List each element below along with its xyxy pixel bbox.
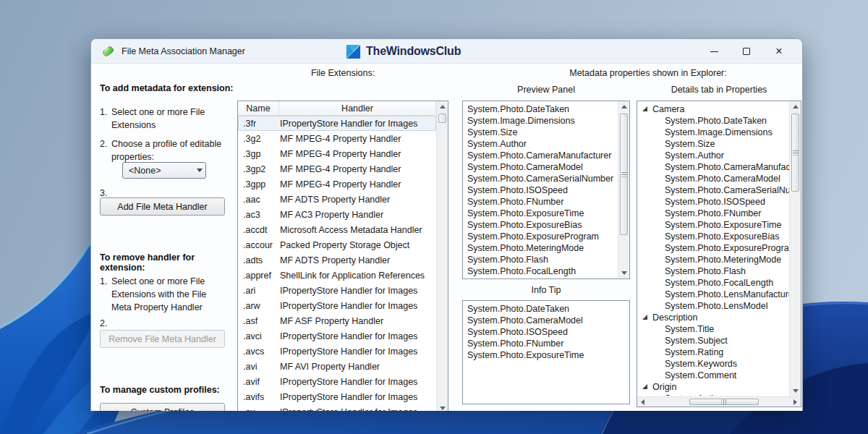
tree-group-camera[interactable]: Camera [638,103,789,115]
tree-item[interactable]: System.Comment [638,370,789,381]
list-item[interactable]: System.Photo.ExposureBias [464,219,618,231]
tree-horizontal-scrollbar[interactable] [637,396,801,407]
table-row[interactable]: .3gpMF MPEG-4 Property Handler [238,146,436,161]
table-row[interactable]: .accdtMicrosoft Access Metadata Handler [238,222,436,237]
scrollbar-thumb[interactable] [438,114,446,123]
list-item[interactable]: System.Author [464,138,618,150]
tree-item[interactable]: System.Title [638,323,789,335]
cell-handler: IPropertyStore Handler for Images [280,301,436,311]
minimize-button[interactable] [702,41,726,61]
tree-item[interactable]: System.Photo.ISOSpeed [638,196,789,208]
list-item[interactable]: System.Photo.ExposureProgram [464,231,618,242]
tree-group-origin[interactable]: Origin [638,381,789,393]
table-row[interactable]: .accourPacked Property Storage Object [238,237,436,252]
table-row[interactable]: .aacMF ADTS Property Handler [238,192,436,207]
tree-item[interactable]: System.Photo.CameraModel [638,173,789,184]
table-row[interactable]: .3gppMF MPEG-4 Property Handler [238,176,436,192]
list-item[interactable]: System.Photo.DateTaken [464,303,629,315]
table-row[interactable]: .avifsIPropertyStore Handler for Images [238,389,436,404]
table-row[interactable]: .avifIPropertyStore Handler for Images [238,374,436,389]
maximize-button[interactable] [735,41,758,61]
list-item[interactable]: System.Photo.FocalLength [464,265,618,277]
scrollbar-right-button[interactable] [790,397,801,407]
table-row[interactable]: .asfMF ASF Property Handler [238,313,436,328]
add-step-2: 2. Choose a profile of editable properti… [100,137,226,163]
table-row[interactable]: .3frIPropertyStore Handler for Images [238,116,436,131]
scrollbar-up-button[interactable] [437,101,448,112]
table-row[interactable]: .axIPropertyStore Handler for Images [238,404,436,411]
column-header-name[interactable]: Name [238,101,279,115]
minimize-icon [710,51,718,52]
tree-item[interactable]: System.Photo.ExposureProgram [638,242,789,254]
table-row[interactable]: .3gp2MF MPEG-4 Property Handler [238,161,436,176]
tree-item[interactable]: System.Photo.CameraManufacturer [638,161,789,173]
list-item[interactable]: System.Photo.CameraModel [464,315,629,326]
tree-item[interactable]: System.Image.Dimensions [638,127,789,138]
list-item[interactable]: System.Photo.CameraModel [464,161,618,173]
list-item[interactable]: System.Photo.ExposureTime [464,349,629,361]
table-row[interactable]: .aviMF AVI Property Handler [238,359,436,374]
chevron-left-icon [641,399,644,405]
cell-name: .3gp [238,149,280,159]
table-row[interactable]: .arwIPropertyStore Handler for Images [238,298,436,313]
table-row[interactable]: .ac3MF AC3 Property Handler [238,207,436,222]
list-item[interactable]: System.Photo.FNumber [464,196,618,208]
table-row[interactable]: .avcsIPropertyStore Handler for Images [238,344,436,359]
table-row[interactable]: .apprefShellLink for Application Referen… [238,268,436,283]
tree-item[interactable]: System.Photo.LensManufacturer [638,289,789,300]
scrollbar-left-button[interactable] [637,397,648,407]
list-item[interactable]: System.Photo.DateTaken [464,103,618,115]
tree-item[interactable]: System.Photo.FocalLength [638,277,789,289]
tree-item[interactable]: System.Photo.ExposureBias [638,231,789,242]
list-item[interactable]: System.Photo.MeteringMode [464,242,618,254]
list-item[interactable]: System.Photo.LensManufacturer [464,277,618,278]
list-item[interactable]: System.Photo.ExposureTime [464,208,618,219]
list-item[interactable]: System.Photo.ISOSpeed [464,184,618,196]
remove-section-heading: To remove handler for extension: [100,252,237,273]
list-item[interactable]: System.Photo.CameraManufacturer [464,150,618,161]
scrollbar-down-button[interactable] [437,403,448,411]
list-item[interactable]: System.Photo.CameraSerialNumber [464,173,618,184]
scrollbar-up-button[interactable] [790,101,801,112]
tree-item[interactable]: System.Size [638,138,789,150]
tree-item[interactable]: System.Photo.CameraSerialNumber [638,184,789,196]
scrollbar-up-button[interactable] [618,101,629,112]
cell-handler: MF MPEG-4 Property Handler [280,134,436,144]
add-file-meta-handler-button[interactable]: Add File Meta Handler [100,197,225,216]
tree-item[interactable]: System.Author [638,393,789,396]
close-button[interactable]: × [767,41,791,61]
tree-item[interactable]: System.Keywords [638,358,789,370]
table-scrollbar[interactable] [436,101,448,411]
tree-item[interactable]: System.Photo.ExposureTime [638,219,789,231]
tree-item[interactable]: System.Author [638,150,789,161]
tree-item[interactable]: System.Photo.MeteringMode [638,254,789,265]
table-row[interactable]: .avciIPropertyStore Handler for Images [238,328,436,344]
list-item[interactable]: System.Photo.ISOSpeed [464,326,629,338]
tree-item[interactable]: System.Photo.DateTaken [638,115,789,127]
scrollbar-thumb[interactable] [791,114,799,192]
tree-item[interactable]: System.Photo.LensModel [638,300,789,312]
column-header-handler[interactable]: Handler [279,101,436,115]
tree-item[interactable]: System.Subject [638,335,789,346]
scrollbar-thumb[interactable] [620,114,628,235]
preview-scrollbar[interactable] [618,101,629,278]
tree-item[interactable]: System.Photo.FNumber [638,208,789,219]
cell-handler: IPropertyStore Handler for Images [280,392,436,402]
tree-group-description[interactable]: Description [638,312,789,323]
list-item[interactable]: System.Photo.Flash [464,254,618,265]
list-item[interactable]: System.Size [464,127,618,138]
table-row[interactable]: .3g2MF MPEG-4 Property Handler [238,131,436,146]
manage-profiles-button-partial[interactable]: Custom Profiles [100,403,225,411]
list-item[interactable]: System.Photo.FNumber [464,338,629,349]
profile-dropdown[interactable]: <None> [122,162,206,179]
list-item[interactable]: System.Image.Dimensions [464,115,618,127]
table-row[interactable]: .ariIPropertyStore Handler for Images [238,283,436,298]
scrollbar-down-button[interactable] [618,268,629,278]
tree-vertical-scrollbar[interactable] [789,101,801,396]
table-row[interactable]: .adtsMF ADTS Property Handler [238,252,436,268]
step-number: 2. [100,137,111,163]
scrollbar-thumb[interactable] [689,399,759,405]
tree-item[interactable]: System.Rating [638,346,789,358]
scrollbar-down-button[interactable] [790,386,801,396]
tree-item[interactable]: System.Photo.Flash [638,265,789,277]
